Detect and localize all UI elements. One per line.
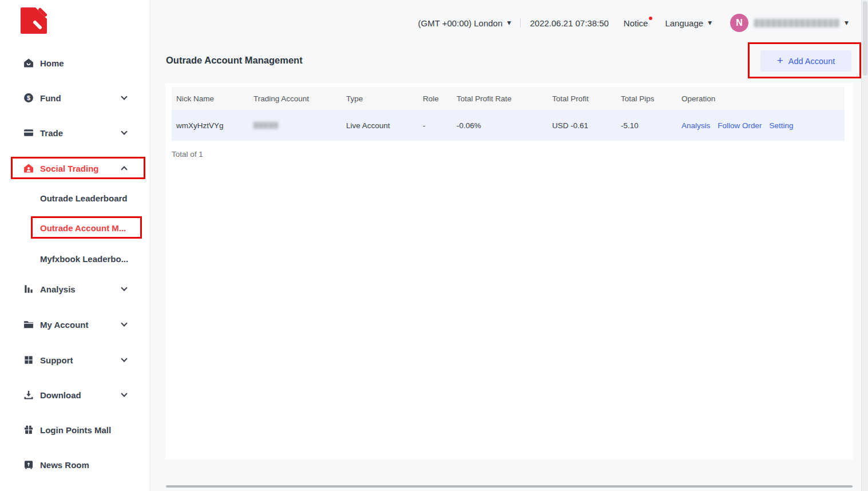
folder-icon bbox=[23, 319, 34, 330]
sidebar-item-label: Download bbox=[40, 390, 81, 400]
sidebar-item-home[interactable]: Home bbox=[0, 52, 150, 74]
sidebar-item-download[interactable]: Download bbox=[0, 383, 150, 406]
notice-badge-dot bbox=[649, 17, 652, 20]
cell-nick-name: wmXyHztVYg bbox=[172, 121, 249, 130]
cell-operations: Analysis Follow Order Setting bbox=[677, 121, 845, 130]
col-header-role: Role bbox=[418, 94, 452, 103]
brand-logo-icon[interactable] bbox=[21, 7, 47, 34]
caret-down-icon: ▼ bbox=[708, 20, 712, 26]
svg-text:$: $ bbox=[27, 94, 30, 101]
sidebar-item-outrade-account-management[interactable]: Outrade Account M... bbox=[0, 216, 150, 239]
sidebar-item-trade[interactable]: Trade bbox=[0, 121, 150, 144]
sidebar-subitem-label: Outrade Leaderboard bbox=[40, 193, 128, 203]
col-header-total-profit-rate: Total Profit Rate bbox=[452, 94, 548, 103]
download-icon bbox=[23, 389, 34, 401]
sidebar-item-myfxbook-leaderboard[interactable]: Myfxbook Leaderbo... bbox=[0, 247, 150, 270]
accounts-table: Nick Name Trading Account Type Role Tota… bbox=[172, 87, 845, 141]
sidebar-item-label: Analysis bbox=[40, 284, 76, 294]
chevron-down-icon bbox=[121, 128, 127, 134]
username-blurred: ███████████████ bbox=[754, 19, 840, 27]
sidebar-subitem-label: Outrade Account M... bbox=[40, 223, 126, 233]
plus-icon: + bbox=[777, 55, 783, 66]
sidebar-item-outrade-leaderboard[interactable]: Outrade Leaderboard bbox=[0, 187, 150, 209]
page-title: Outrade Account Management bbox=[166, 55, 303, 66]
table-row: wmXyHztVYg █████ Live Account - -0.06% U… bbox=[172, 110, 845, 141]
sidebar-subitem-label: Myfxbook Leaderbo... bbox=[40, 254, 128, 264]
chevron-up-icon bbox=[121, 166, 127, 172]
sidebar-item-label: Support bbox=[40, 355, 73, 365]
cell-trading-account-blurred: █████ bbox=[249, 122, 342, 129]
home-icon bbox=[23, 57, 34, 69]
timezone-label: (GMT +00:00) London bbox=[418, 18, 503, 28]
chevron-down-icon bbox=[121, 355, 127, 362]
cell-total-profit: USD -0.61 bbox=[548, 121, 616, 130]
grid-icon bbox=[23, 354, 34, 366]
sidebar-item-news-room[interactable]: News Room bbox=[0, 453, 150, 476]
horizontal-scrollbar[interactable] bbox=[166, 485, 853, 488]
total-count-label: Total of 1 bbox=[172, 150, 203, 159]
cell-type: Live Account bbox=[342, 121, 418, 130]
sidebar-item-label: Fund bbox=[40, 93, 61, 103]
social-trading-icon bbox=[23, 163, 34, 174]
avatar: N bbox=[730, 14, 748, 32]
sidebar-item-my-account[interactable]: My Account bbox=[0, 313, 150, 336]
sidebar-item-label: My Account bbox=[40, 320, 88, 330]
app-window: Home $ Fund Trade Social Trading Outrade… bbox=[0, 0, 868, 491]
sidebar-item-label: Login Points Mall bbox=[40, 425, 111, 435]
follow-order-link[interactable]: Follow Order bbox=[718, 121, 762, 130]
vertical-scrollbar[interactable] bbox=[861, 0, 868, 491]
topbar: (GMT +00:00) London ▼ 2022.06.21 07:38:5… bbox=[160, 14, 849, 32]
caret-down-icon: ▼ bbox=[507, 20, 511, 26]
user-menu[interactable]: N ███████████████ ▼ bbox=[730, 14, 849, 32]
caret-down-icon: ▼ bbox=[845, 20, 849, 26]
chevron-down-icon bbox=[121, 284, 127, 291]
content-card: Nick Name Trading Account Type Role Tota… bbox=[165, 83, 853, 460]
vertical-scrollbar-thumb[interactable] bbox=[863, 1, 867, 76]
topbar-divider bbox=[520, 18, 521, 28]
notice-button[interactable]: Notice bbox=[624, 18, 648, 28]
sidebar-item-fund[interactable]: $ Fund bbox=[0, 86, 150, 109]
sidebar-item-social-trading[interactable]: Social Trading bbox=[0, 157, 150, 180]
gift-icon bbox=[23, 424, 34, 435]
sidebar-item-support[interactable]: Support bbox=[0, 349, 150, 371]
col-header-nick-name: Nick Name bbox=[172, 94, 249, 103]
sidebar-item-label: News Room bbox=[40, 460, 89, 470]
language-selector[interactable]: Language ▼ bbox=[665, 18, 712, 28]
analysis-link[interactable]: Analysis bbox=[681, 121, 710, 130]
sidebar-item-analysis[interactable]: Analysis bbox=[0, 278, 150, 300]
bar-chart-icon bbox=[23, 283, 34, 295]
cell-role: - bbox=[418, 121, 452, 130]
col-header-total-pips: Total Pips bbox=[616, 94, 677, 103]
sidebar-item-label: Trade bbox=[40, 128, 63, 138]
table-header-row: Nick Name Trading Account Type Role Tota… bbox=[172, 87, 845, 110]
dollar-circle-icon: $ bbox=[23, 92, 34, 104]
col-header-type: Type bbox=[342, 94, 418, 103]
news-room-icon bbox=[23, 459, 34, 470]
col-header-trading-account: Trading Account bbox=[249, 94, 342, 103]
setting-link[interactable]: Setting bbox=[770, 121, 794, 130]
sidebar-item-label: Social Trading bbox=[40, 164, 99, 173]
chevron-down-icon bbox=[121, 390, 127, 397]
timezone-selector[interactable]: (GMT +00:00) London ▼ bbox=[418, 18, 512, 28]
chevron-down-icon bbox=[121, 93, 127, 100]
sidebar-item-label: Home bbox=[40, 58, 64, 68]
datetime-label: 2022.06.21 07:38:50 bbox=[530, 18, 609, 28]
wallet-icon bbox=[23, 127, 34, 138]
cell-total-profit-rate: -0.06% bbox=[452, 121, 548, 130]
sidebar-item-login-points-mall[interactable]: Login Points Mall bbox=[0, 418, 150, 441]
add-account-label: Add Account bbox=[788, 57, 835, 66]
add-account-button[interactable]: + Add Account bbox=[760, 50, 851, 72]
sidebar: Home $ Fund Trade Social Trading Outrade… bbox=[0, 0, 150, 491]
col-header-total-profit: Total Profit bbox=[548, 94, 616, 103]
cell-total-pips: -5.10 bbox=[616, 121, 677, 130]
chevron-down-icon bbox=[121, 320, 127, 326]
col-header-operation: Operation bbox=[677, 94, 845, 103]
language-label: Language bbox=[665, 18, 703, 28]
notice-label: Notice bbox=[624, 18, 648, 28]
